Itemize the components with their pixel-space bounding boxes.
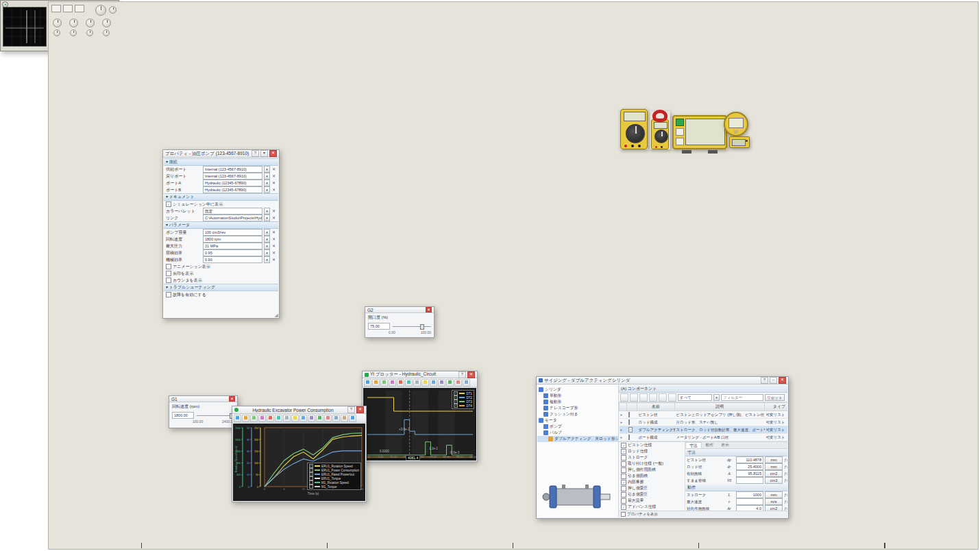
checkbox-icon[interactable] [166,278,171,283]
dropdown-caret-icon[interactable]: ▾ [264,215,270,221]
opening-dialog-close-icon[interactable]: ✕ [426,307,432,313]
parameter-value-input[interactable]: 1000 [736,491,763,498]
component-table-row[interactable]: ▸ロッド構成片ロッド形、スナバ無し可変リスト [620,419,788,426]
mini-display-instrument[interactable] [729,136,750,148]
section-header[interactable]: ▾ ドキュメント [164,193,278,201]
scope-slider[interactable] [141,543,142,548]
scope-slider[interactable] [327,543,328,548]
dropdown-caret-icon[interactable]: ▾ [264,166,270,173]
sizing-filter-dropdown[interactable]: すべて [678,394,712,401]
row-checkbox[interactable] [628,412,630,417]
checkbox-icon[interactable]: ✓ [621,504,626,510]
plot-tool-icon[interactable] [438,379,445,387]
footer-checkbox[interactable] [621,512,626,517]
property-value-input[interactable]: 0.95 [203,249,262,256]
legend-entry[interactable]: M1_Torque [309,485,359,489]
sizing-check-item[interactable]: 押し側受圧 [619,485,685,491]
sizing-check-item[interactable]: ✓ロッド仕様 [619,448,685,454]
plot-tool-icon[interactable] [421,379,429,387]
plot-tool-icon[interactable] [324,415,332,422]
speed-dialog-close-icon[interactable]: ✕ [229,396,235,402]
row-checkbox[interactable] [628,419,630,425]
fx-icon[interactable]: ƒx [784,464,787,469]
scope-slider[interactable] [513,543,513,548]
dropdown-caret-icon[interactable]: ▾ [264,180,270,186]
plot-tool-icon[interactable] [446,379,454,387]
plot-tool-icon[interactable] [258,415,266,422]
table-column-header[interactable] [620,403,627,411]
checkbox-icon[interactable] [621,492,626,498]
sizing-check-item[interactable]: 引き側受圧 [619,491,685,498]
property-value-input[interactable]: Internal (123-4567-8910) [203,166,262,173]
clear-icon[interactable]: ✕ [271,167,276,172]
dropdown-caret-icon[interactable]: ▾ [713,394,720,401]
parameter-value-input[interactable]: 110.4878 [736,456,763,463]
property-value-input[interactable]: 既定 [203,208,262,215]
sizing-tree-item[interactable]: ポンプ [537,424,618,430]
signal-plotter-close-icon[interactable]: ✕ [467,371,475,378]
plot-tool-icon[interactable] [283,415,291,422]
plot-tool-icon[interactable] [267,415,274,422]
plot-tool-icon[interactable] [405,379,413,387]
legend-checkbox[interactable]: ✓ [454,404,458,408]
checkbox-row[interactable]: カウンタを表示 [164,277,278,284]
sizing-reset-button[interactable]: リセット [765,394,785,401]
scope-button[interactable] [75,5,84,12]
fx-icon[interactable]: ƒx [784,499,787,504]
signal-plotter-title-bar[interactable]: Yt プロッター - Hydraulic_Circuit ? ✕ [363,371,477,378]
fx-icon[interactable]: ƒx [784,457,787,463]
checkbox-icon[interactable] [166,271,171,276]
sizing-tool-icon[interactable] [639,393,648,402]
sizing-tool-icon[interactable] [630,393,638,402]
component-table-row[interactable]: ▸ピストン径ピストンとロッドアセンブリ (押し側)、ピストン径、ストローク可変リ… [620,411,788,419]
plot-tool-icon[interactable] [364,379,371,387]
plot-tool-icon[interactable] [397,379,404,387]
checkbox-row[interactable]: ✓シミュレーション中に表示 [164,201,278,208]
property-value-input[interactable]: 21 MPa [203,243,262,249]
sizing-minimize-icon[interactable]: – [770,377,777,384]
unit-dropdown[interactable]: mm [765,491,783,498]
checkbox-row[interactable]: 矢印を表示 [164,270,278,277]
property-value-input[interactable]: Hydraulic (12345-67890) [203,180,262,186]
unit-dropdown[interactable]: cm2 [765,470,783,477]
signal-plotter-help-icon[interactable]: ? [458,371,466,378]
plot-tool-icon[interactable] [291,415,299,422]
property-value-input[interactable]: 0.90 [203,256,262,263]
checkbox-icon[interactable] [621,474,626,479]
fx-icon[interactable]: ƒx [784,492,787,498]
sizing-check-item[interactable]: ✓内部摩擦 [619,479,685,485]
sizing-tree-item[interactable]: ダブルアクティング、片ロッド形シリンダ [537,436,618,442]
property-value-input[interactable]: Internal (123-4567-8910) [203,173,262,180]
sizing-check-item[interactable]: 引き側面積 [619,473,685,479]
plot-tool-icon[interactable] [349,415,356,422]
checkbox-icon[interactable]: ✓ [621,480,626,485]
scope-ch4-pos-knob[interactable] [103,29,110,36]
sizing-help-icon[interactable]: ? [761,377,768,384]
sizing-tree-item[interactable]: 単動形 [537,393,618,399]
plot-tool-icon[interactable] [380,379,388,387]
scope-ch3-pos-knob[interactable] [86,29,93,36]
unit-dropdown[interactable]: mm [765,456,783,463]
checkbox-icon[interactable] [621,455,626,461]
plot-tool-icon[interactable] [413,379,421,387]
plot-tool-icon[interactable] [372,379,380,387]
opening-dialog-title-bar[interactable]: G2 ✕ [365,307,434,313]
parameter-value-input[interactable] [736,477,763,484]
sizing-tree-item[interactable]: 複動形 [537,399,618,405]
scope-trigger-knob[interactable] [109,6,117,14]
row-checkbox[interactable]: ✓ [628,427,633,432]
panel-meter-instrument[interactable] [672,115,727,149]
component-table-row[interactable]: ▸ポート構成メータリング - ポートA/B 口径可変リスト [620,434,788,441]
property-value-input[interactable]: 1800 rpm [203,236,262,243]
speed-dialog-title-bar[interactable]: G1 ✕ [169,396,237,402]
plot-tool-icon[interactable] [463,379,470,387]
clear-icon[interactable]: ✕ [271,187,276,193]
section-header[interactable]: ▾ パラメータ [164,221,278,229]
power-plotter-title-bar[interactable]: Hydraulic Excavator Power Consumption ? … [232,406,366,414]
sizing-check-item[interactable]: ストローク [619,454,685,461]
sizing-check-item[interactable]: ✓ピストン仕様 [619,442,685,448]
legend-checkbox[interactable] [309,485,313,489]
section-header[interactable]: ▾ トラブルシューティング [164,284,278,291]
checkbox-icon[interactable]: ✓ [166,201,171,207]
sizing-tab-動作[interactable]: 動作 [702,442,718,448]
